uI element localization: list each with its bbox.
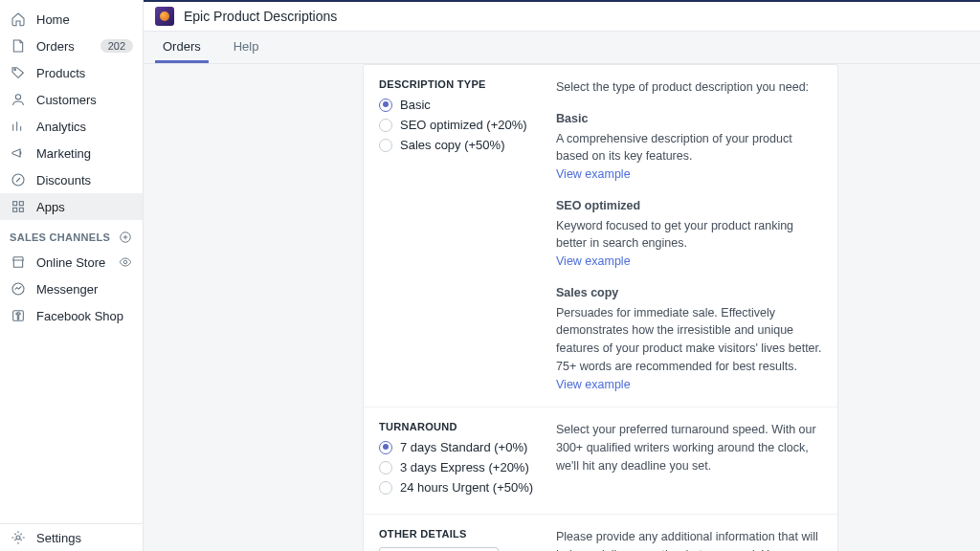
block-text-seo: Keyword focused to get your product rank… [556,217,822,253]
sidebar-item-label: Discounts [36,173,133,187]
turnaround-text: Select your preferred turnaround speed. … [556,421,822,474]
svg-point-8 [123,260,127,264]
analytics-icon [10,118,27,135]
megaphone-icon [10,144,27,162]
section-turnaround: TURNAROUND 7 days Standard (+0%) 3 days … [364,408,837,515]
gear-icon [10,529,27,546]
section-description-type: DESCRIPTION TYPE Basic SEO optimized (+2… [364,65,837,408]
svg-rect-3 [13,202,17,206]
section-other-details: OTHER DETAILS Please provide any additio… [364,515,837,551]
discount-icon [10,171,27,188]
sidebar-item-discounts[interactable]: Discounts [0,166,143,193]
sidebar-item-settings[interactable]: Settings [0,524,143,551]
home-icon [10,11,27,28]
app-logo-icon [155,7,174,26]
radio-label: SEO optimized (+20%) [400,118,527,132]
radio-7days[interactable]: 7 days Standard (+0%) [379,440,556,454]
sidebar: Home Orders 202 Products Customers Analy… [0,0,144,551]
radio-24hours[interactable]: 24 hours Urgent (+50%) [379,480,556,495]
tag-icon [10,64,27,81]
sidebar-item-label: Settings [36,531,133,545]
svg-point-11 [16,536,20,540]
radio-label: 3 days Express (+20%) [400,460,529,474]
tab-help[interactable]: Help [226,32,267,63]
sidebar-item-label: Home [36,12,133,27]
other-text: Please provide any additional informatio… [556,528,822,551]
radio-icon [379,461,392,474]
description-intro: Select the type of product description y… [556,78,822,97]
content-scroll[interactable]: DESCRIPTION TYPE Basic SEO optimized (+2… [144,64,980,551]
sidebar-item-orders[interactable]: Orders 202 [0,33,143,59]
block-text-sales: Persuades for immediate sale. Effectivel… [556,304,822,376]
channel-messenger[interactable]: Messenger [0,276,143,302]
block-title-sales: Sales copy [556,284,822,302]
sidebar-item-label: Facebook Shop [36,309,133,323]
block-title-seo: SEO optimized [556,197,822,215]
sidebar-item-label: Customers [36,93,133,107]
radio-label: Basic [400,98,431,112]
svg-rect-4 [19,202,23,206]
user-icon [10,91,27,108]
tabbar: Orders Help [144,32,980,64]
svg-point-1 [15,95,20,99]
channels-header-label: SALES CHANNELS [10,231,110,243]
svg-point-0 [14,69,16,71]
form-card: DESCRIPTION TYPE Basic SEO optimized (+2… [363,64,838,551]
svg-rect-6 [19,208,23,211]
sidebar-item-customers[interactable]: Customers [0,86,143,113]
sidebar-item-analytics[interactable]: Analytics [0,113,143,140]
description-type-title: DESCRIPTION TYPE [379,78,556,90]
block-title-basic: Basic [556,110,822,128]
apps-icon [10,198,27,215]
radio-label: Sales copy (+50%) [400,138,504,152]
sidebar-item-products[interactable]: Products [0,59,143,86]
orders-icon [10,37,27,55]
radio-label: 24 hours Urgent (+50%) [400,480,533,495]
orders-badge: 202 [100,39,133,53]
radio-sales-copy[interactable]: Sales copy (+50%) [379,138,556,152]
app-title: Epic Product Descriptions [184,9,337,24]
view-example-sales[interactable]: View example [556,376,822,394]
topbar: Epic Product Descriptions [144,0,980,32]
channel-online-store[interactable]: Online Store [0,249,143,276]
radio-icon [379,481,392,495]
sidebar-item-label: Apps [36,200,133,214]
store-icon [10,253,27,271]
radio-icon [379,119,392,132]
messenger-icon [10,280,27,298]
radio-icon [379,99,392,112]
radio-basic[interactable]: Basic [379,98,556,112]
sidebar-item-label: Analytics [36,120,133,134]
view-example-seo[interactable]: View example [556,253,822,271]
facebook-icon [10,307,27,324]
turnaround-title: TURNAROUND [379,421,556,432]
add-channel-button[interactable] [118,230,133,245]
radio-icon [379,441,392,454]
sidebar-item-marketing[interactable]: Marketing [0,140,143,166]
sidebar-item-label: Products [36,66,133,80]
radio-3days[interactable]: 3 days Express (+20%) [379,460,556,474]
tab-orders[interactable]: Orders [155,32,209,63]
radio-label: 7 days Standard (+0%) [400,440,527,454]
other-title: OTHER DETAILS [379,528,556,540]
sidebar-item-apps[interactable]: Apps [0,193,143,220]
sidebar-item-label: Orders [36,39,100,54]
block-text-basic: A comprehensive description of your prod… [556,130,822,166]
sidebar-item-label: Marketing [36,146,133,161]
svg-rect-5 [13,208,17,211]
main-area: Epic Product Descriptions Orders Help DE… [144,0,980,551]
view-example-basic[interactable]: View example [556,165,822,184]
sales-channels-header: SALES CHANNELS [0,220,143,249]
sidebar-item-label: Online Store [36,255,118,270]
other-details-input[interactable] [379,547,499,551]
sidebar-item-label: Messenger [36,282,133,297]
channel-facebook-shop[interactable]: Facebook Shop [0,302,143,329]
radio-icon [379,139,392,152]
sidebar-item-home[interactable]: Home [0,6,143,33]
view-store-button[interactable] [118,254,133,270]
radio-seo[interactable]: SEO optimized (+20%) [379,118,556,132]
